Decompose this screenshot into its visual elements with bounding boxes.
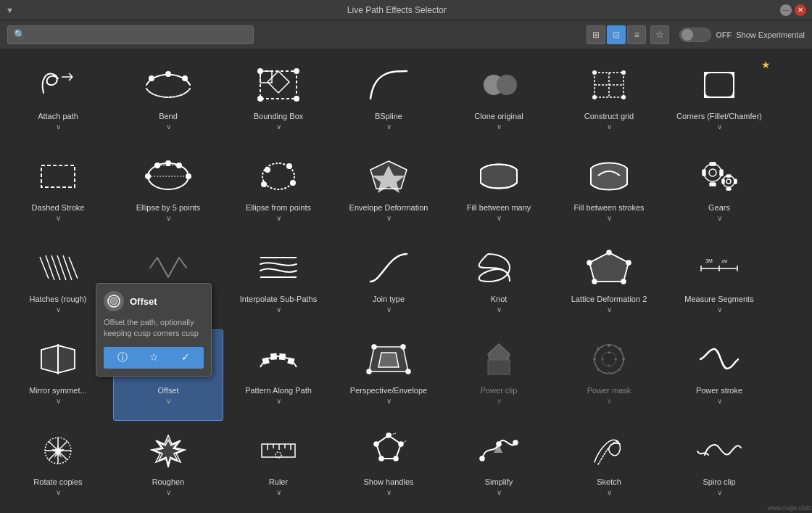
effect-dashed-stroke[interactable]: Dashed Stroke ∨ xyxy=(3,147,113,238)
svg-point-88 xyxy=(367,369,371,374)
svg-point-92 xyxy=(608,344,610,347)
svg-point-2 xyxy=(183,76,187,81)
starred-icon: ★ xyxy=(761,59,771,70)
view-buttons: ⊞ ⊟ ≡ xyxy=(587,25,646,44)
svg-point-8 xyxy=(294,97,299,101)
hatches-icon xyxy=(29,245,87,291)
effect-power-clip[interactable]: Power clip ∨ xyxy=(444,329,554,421)
effect-envelope-deformation[interactable]: Envelope Deformation ∨ xyxy=(334,147,444,238)
effect-ellipse-5[interactable]: Ellipse by 5 points ∨ xyxy=(113,147,223,238)
ellipse-5-icon xyxy=(139,153,197,200)
effect-ruler[interactable]: Ruler ∨ xyxy=(223,421,334,512)
effect-fill-between-many[interactable]: Fill between many ∨ xyxy=(444,147,554,238)
effect-roughen[interactable]: Roughen ∨ xyxy=(113,421,223,512)
svg-rect-43 xyxy=(726,175,731,177)
effect-lattice-deformation[interactable]: Lattice Deformation 2 ∨ xyxy=(554,238,664,329)
corners-icon xyxy=(690,62,748,108)
svg-text:3M: 3M xyxy=(705,258,713,263)
spiro-clip-label: Spiro clip xyxy=(703,477,735,487)
tooltip-apply-button[interactable]: ✓ xyxy=(177,350,194,366)
show-handles-label: Show handles xyxy=(363,477,413,487)
dashed-stroke-label: Dashed Stroke xyxy=(32,202,85,213)
effect-construct-grid[interactable]: Construct grid ∨ xyxy=(554,55,664,147)
clone-original-label: Clone original xyxy=(474,111,523,121)
svg-point-94 xyxy=(622,358,625,361)
effect-simplify[interactable]: Simplify ∨ xyxy=(444,421,554,512)
effect-show-handles[interactable]: Show handles ∨ xyxy=(334,421,444,512)
search-input[interactable] xyxy=(30,30,247,40)
effect-gears[interactable]: Gears ∨ xyxy=(664,147,774,238)
effect-spiro-clip[interactable]: Spiro clip ∨ xyxy=(664,421,774,512)
svg-marker-118 xyxy=(376,435,401,459)
effect-bend[interactable]: Bend ∨ xyxy=(113,55,223,147)
lattice-deformation-label: Lattice Deformation 2 xyxy=(571,294,647,304)
svg-rect-44 xyxy=(726,188,731,190)
effect-interpolate[interactable]: Interpolate Sub-Paths ∨ xyxy=(223,238,334,329)
perspective-envelope-chevron: ∨ xyxy=(386,397,392,405)
effect-bounding-box[interactable]: Bounding Box ∨ xyxy=(223,55,334,147)
effect-fill-between-strokes[interactable]: Fill between strokes ∨ xyxy=(554,147,664,238)
svg-point-42 xyxy=(726,179,731,184)
effect-ellipse-from-points[interactable]: Ellipse from points ∨ xyxy=(223,147,334,238)
knot-chevron: ∨ xyxy=(497,305,502,313)
effect-join-type[interactable]: Join type ∨ xyxy=(334,238,444,329)
fill-between-strokes-icon xyxy=(580,153,638,200)
svg-point-122 xyxy=(379,456,384,461)
power-mask-label: Power mask xyxy=(587,385,631,395)
view-list-button[interactable]: ≡ xyxy=(627,25,646,44)
svg-point-97 xyxy=(597,368,600,371)
view-small-grid-button[interactable]: ⊟ xyxy=(607,25,626,44)
view-large-grid-button[interactable]: ⊞ xyxy=(587,25,605,44)
effect-corners[interactable]: ★ Corners (Fillet/Chamfer) ∨ xyxy=(664,55,774,147)
show-handles-icon xyxy=(360,427,418,474)
title-bar: ▼ Live Path Effects Selector — ✕ xyxy=(0,0,812,20)
svg-point-121 xyxy=(394,456,398,461)
effect-rotate-copies[interactable]: Rotate copies ∨ xyxy=(3,421,113,512)
effects-grid: Attach path ∨ Bend ∨ xyxy=(0,49,812,513)
power-stroke-chevron: ∨ xyxy=(717,397,722,405)
power-clip-icon xyxy=(470,336,528,382)
svg-point-102 xyxy=(615,358,617,361)
ellipse-5-label: Ellipse by 5 points xyxy=(136,202,201,213)
effect-measure-segments[interactable]: 3M 2M Measure Segments ∨ xyxy=(664,238,774,329)
svg-point-131 xyxy=(110,297,117,305)
minimize-button[interactable]: — xyxy=(780,4,792,16)
effect-bspline[interactable]: BSpline ∨ xyxy=(334,55,444,147)
power-clip-label: Power clip xyxy=(481,385,518,395)
tooltip-favorite-button[interactable]: ☆ xyxy=(145,350,163,366)
attach-path-chevron: ∨ xyxy=(56,123,61,131)
effect-knot[interactable]: Knot ∨ xyxy=(444,238,554,329)
sketch-icon xyxy=(580,427,638,474)
favorites-filter-button[interactable]: ☆ xyxy=(650,25,669,44)
toggle-knob xyxy=(682,29,693,41)
mirror-symmetry-label: Mirror symmet... xyxy=(29,385,86,395)
effect-perspective-envelope[interactable]: Perspective/Envelope ∨ xyxy=(334,329,444,421)
bend-icon xyxy=(139,62,197,108)
svg-rect-45 xyxy=(722,179,724,184)
experimental-toggle[interactable] xyxy=(679,28,711,42)
title-bar-left: ▼ xyxy=(6,6,14,15)
svg-point-99 xyxy=(597,348,600,350)
effect-power-stroke[interactable]: Power stroke ∨ xyxy=(664,329,774,421)
search-box[interactable]: 🔍 xyxy=(7,25,254,44)
effect-attach-path[interactable]: Attach path ∨ xyxy=(3,55,113,147)
fill-between-strokes-chevron: ∨ xyxy=(607,214,612,222)
toggle-label: OFF xyxy=(716,30,732,39)
svg-point-101 xyxy=(608,352,610,354)
effect-sketch[interactable]: Sketch ∨ xyxy=(554,421,664,512)
effect-power-mask[interactable]: Power mask ∨ xyxy=(554,329,664,421)
tooltip-info-button[interactable]: ⓘ xyxy=(113,350,132,366)
bspline-icon xyxy=(360,62,418,108)
hatches-label: Hatches (rough) xyxy=(30,294,87,304)
dashed-stroke-icon xyxy=(29,153,87,200)
effect-pattern-along-path[interactable]: Pattern Along Path ∨ xyxy=(223,329,334,421)
effect-clone-original[interactable]: Clone original ∨ xyxy=(444,55,554,147)
ellipse-from-points-chevron: ∨ xyxy=(276,214,281,222)
spiro-clip-icon xyxy=(690,427,748,474)
perspective-envelope-icon xyxy=(360,336,418,382)
show-experimental-label: Show Experimental xyxy=(736,30,805,39)
join-type-label: Join type xyxy=(373,294,405,304)
bounding-box-label: Bounding Box xyxy=(254,111,304,121)
bounding-box-chevron: ∨ xyxy=(276,123,281,131)
close-button[interactable]: ✕ xyxy=(795,4,806,16)
